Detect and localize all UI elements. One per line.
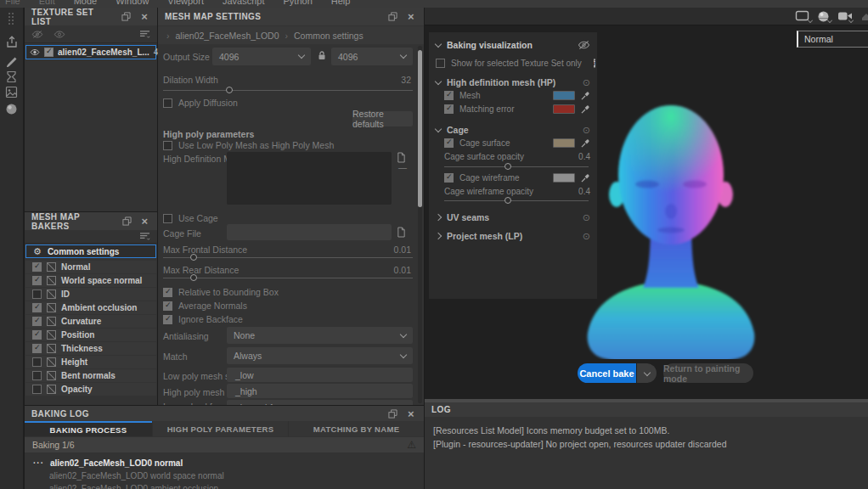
- menu-viewport[interactable]: Viewport: [167, 0, 204, 6]
- mesh-map-bakers-header[interactable]: MESH MAP BAKERS ×: [25, 212, 157, 230]
- toolbar-drag-handle[interactable]: [8, 12, 15, 25]
- undock-icon[interactable]: [386, 408, 398, 419]
- file-browse-icon[interactable]: [397, 227, 406, 238]
- common-settings-row[interactable]: ⚙ Common settings: [25, 244, 156, 258]
- scrollbar-thumb[interactable]: [418, 50, 422, 207]
- baker-row-opacity[interactable]: Opacity: [25, 383, 156, 396]
- eye-slash-icon[interactable]: [578, 40, 590, 50]
- eyedropper-icon[interactable]: [581, 91, 590, 100]
- baker-row-position[interactable]: Position: [25, 329, 156, 341]
- baker-row-world-space-normal[interactable]: World space normal: [25, 274, 156, 287]
- match-dropdown[interactable]: Always: [227, 347, 413, 364]
- baker-checkbox[interactable]: [32, 330, 42, 340]
- remove-mesh-dash[interactable]: —: [398, 163, 407, 172]
- channel-selector[interactable]: Normal: [797, 31, 868, 48]
- menu-python[interactable]: Python: [284, 0, 313, 6]
- visibility-eye-icon[interactable]: [30, 48, 40, 56]
- return-to-painting-button[interactable]: Return to painting mode: [663, 363, 753, 383]
- undock-icon[interactable]: [121, 216, 132, 228]
- texture-set-list-header[interactable]: TEXTURE SET LIST ×: [25, 8, 157, 25]
- menu-window[interactable]: Window: [116, 0, 149, 6]
- cage-wireframe-opacity-slider[interactable]: [444, 200, 589, 201]
- relative-to-bounding-box-row[interactable]: Relative to Bounding Box: [163, 287, 279, 297]
- close-icon[interactable]: ×: [405, 408, 417, 419]
- close-icon[interactable]: ×: [405, 11, 417, 23]
- baker-row-id[interactable]: ID: [25, 288, 156, 301]
- ignore-backfaces-suffix-input[interactable]: _ignorebf: [227, 400, 413, 405]
- hp-matching-error-row[interactable]: Matching error: [444, 104, 590, 114]
- apply-diffusion-checkbox[interactable]: [163, 98, 172, 108]
- tab-matching-by-name[interactable]: MATCHING BY NAME: [289, 421, 424, 436]
- cage-surface-opacity-slider[interactable]: [444, 166, 589, 167]
- antialiasing-dropdown[interactable]: None: [227, 327, 413, 344]
- high-def-meshes-field[interactable]: [227, 152, 392, 205]
- baker-checkbox[interactable]: [32, 289, 42, 299]
- viewport-3d[interactable]: Normal: [425, 8, 868, 399]
- cancel-bake-button[interactable]: Cancel bake: [578, 363, 636, 383]
- baker-row-normal[interactable]: Normal: [25, 261, 156, 273]
- menu-help[interactable]: Help: [331, 0, 351, 6]
- menu-edit[interactable]: Edit: [39, 0, 55, 6]
- max-frontal-distance-slider[interactable]: [163, 257, 413, 258]
- menu-javascript[interactable]: Javascript: [223, 0, 265, 6]
- reset-icon[interactable]: ⊙: [583, 126, 590, 135]
- image-resource-icon[interactable]: [5, 86, 18, 98]
- dilation-width-slider[interactable]: [163, 90, 413, 91]
- use-low-poly-row[interactable]: Use Low Poly Mesh as High Poly Mesh: [163, 140, 334, 150]
- high-poly-suffix-input[interactable]: _high: [227, 384, 413, 398]
- apply-diffusion-row[interactable]: Apply Diffusion: [163, 98, 238, 108]
- baking-log-entry[interactable]: alien02_FaceMesh_LOD0 world space normal: [25, 469, 424, 481]
- output-height-dropdown[interactable]: 4096: [331, 48, 413, 65]
- hp-mesh-row[interactable]: Mesh: [444, 91, 590, 100]
- matching-error-checkbox[interactable]: [444, 104, 454, 114]
- show-selected-row[interactable]: Show for selected Texture Set only i: [436, 59, 590, 68]
- undock-icon[interactable]: [386, 11, 398, 23]
- baker-checkbox[interactable]: [32, 385, 42, 394]
- max-rear-distance-slider[interactable]: [163, 278, 413, 278]
- cage-section-header[interactable]: Cage ⊙: [436, 125, 590, 135]
- slider-handle[interactable]: [190, 274, 197, 281]
- average-normals-row[interactable]: Average Normals: [163, 301, 247, 311]
- tab-high-poly-parameters[interactable]: HIGH POLY PARAMETERS: [153, 421, 288, 436]
- baker-checkbox[interactable]: [32, 357, 42, 367]
- menu-mode[interactable]: Mode: [74, 0, 98, 6]
- ignore-backface-checkbox[interactable]: [163, 315, 172, 324]
- partial-toolbar-icon[interactable]: [861, 11, 868, 22]
- mesh-map-settings-header[interactable]: MESH MAP SETTINGS ×: [158, 8, 424, 25]
- eye-slash-icon[interactable]: [31, 30, 43, 39]
- relative-to-bounding-box-checkbox[interactable]: [163, 288, 172, 297]
- matching-error-color-swatch[interactable]: [553, 104, 575, 114]
- baker-row-thickness[interactable]: Thickness: [25, 342, 156, 355]
- cage-wireframe-checkbox[interactable]: [444, 173, 454, 183]
- cage-surface-row[interactable]: Cage surface: [444, 138, 590, 148]
- reset-icon[interactable]: ⊙: [583, 232, 590, 241]
- slider-handle[interactable]: [504, 163, 511, 170]
- lock-icon[interactable]: [317, 50, 327, 61]
- hourglass-icon[interactable]: [6, 70, 17, 83]
- cage-surface-checkbox[interactable]: [444, 138, 454, 148]
- paint-tool-icon[interactable]: [5, 55, 19, 69]
- tab-baking-process[interactable]: BAKING PROCESS: [25, 421, 152, 436]
- shader-ball-icon[interactable]: [5, 103, 18, 115]
- use-cage-row[interactable]: Use Cage: [163, 213, 218, 223]
- project-mesh-section-header[interactable]: Project mesh (LP) ⊙: [436, 231, 590, 241]
- baker-checkbox[interactable]: [32, 262, 42, 272]
- breadcrumb-common-settings[interactable]: Common settings: [294, 31, 364, 41]
- slider-handle[interactable]: [190, 254, 197, 261]
- baker-row-bent-normals[interactable]: Bent normals: [25, 369, 156, 382]
- file-browse-icon[interactable]: [397, 152, 406, 163]
- mesh-checkbox[interactable]: [444, 91, 454, 100]
- baker-checkbox[interactable]: [32, 276, 42, 285]
- baking-log-header[interactable]: BAKING LOG ×: [25, 406, 424, 421]
- uv-seams-section-header[interactable]: UV seams ⊙: [436, 212, 590, 222]
- ignore-backface-row[interactable]: Ignore Backface: [163, 314, 243, 324]
- warning-icon[interactable]: ⚠: [407, 440, 416, 450]
- low-poly-suffix-input[interactable]: _low: [227, 368, 413, 382]
- use-cage-checkbox[interactable]: [163, 214, 172, 223]
- baking-visualization-header[interactable]: Baking visualization: [436, 40, 590, 50]
- log-header[interactable]: LOG: [425, 402, 868, 417]
- baker-row-height[interactable]: Height: [25, 356, 156, 368]
- baking-log-entry[interactable]: alien02_FaceMesh_LOD0 ambient occlusion: [25, 482, 424, 489]
- eyedropper-icon[interactable]: [581, 104, 590, 114]
- texture-set-checkbox[interactable]: [44, 48, 54, 57]
